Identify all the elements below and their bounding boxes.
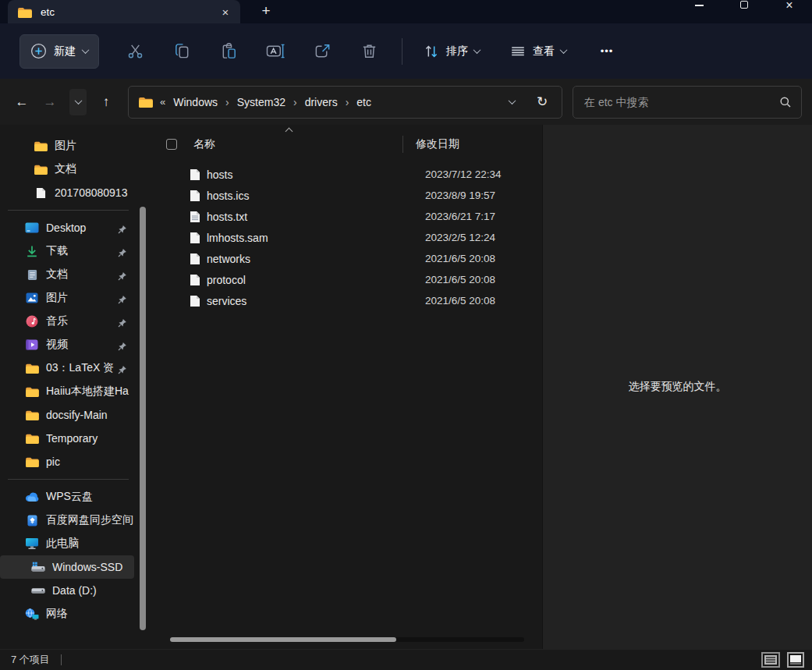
file-row-protocol[interactable]: protocol 2021/6/5 20:08 bbox=[152, 269, 542, 290]
search-icon bbox=[779, 96, 792, 108]
sidebar-scrollbar[interactable] bbox=[140, 207, 146, 630]
sidebar-item-this-pc[interactable]: 此电脑 bbox=[0, 532, 134, 555]
file-list-header: 名称 修改日期 bbox=[152, 131, 542, 158]
sidebar-item-desktop[interactable]: Desktop bbox=[0, 216, 134, 239]
minimize-button[interactable] bbox=[676, 0, 722, 17]
rename-button[interactable] bbox=[260, 36, 291, 67]
view-toggles bbox=[761, 652, 806, 668]
address-dropdown-chevron-icon[interactable] bbox=[509, 97, 516, 105]
details-view-button[interactable] bbox=[761, 652, 781, 668]
sidebar-item-pictures-recent[interactable]: 图片 bbox=[0, 134, 134, 158]
status-bar: 7 个项目 bbox=[0, 649, 812, 670]
network-icon bbox=[25, 608, 39, 620]
music-icon bbox=[25, 315, 39, 328]
address-bar[interactable]: « Windows › System32 › drivers › etc ↻ bbox=[128, 86, 562, 119]
file-row-lmhosts-sam[interactable]: lmhosts.sam 2023/2/5 12:24 bbox=[152, 227, 542, 248]
sidebar-item-pictures[interactable]: 图片 bbox=[0, 286, 134, 310]
toolbar: 新建 排序 bbox=[0, 23, 812, 79]
file-icon bbox=[190, 232, 201, 244]
sidebar-item-docsify-folder[interactable]: docsify-Main bbox=[0, 403, 134, 427]
sidebar-item-pic-folder[interactable]: pic bbox=[0, 450, 134, 473]
sidebar-divider bbox=[8, 210, 129, 211]
details-view-icon bbox=[761, 652, 780, 668]
up-button[interactable]: ↑ bbox=[92, 88, 120, 116]
more-options-button[interactable]: ••• bbox=[591, 36, 622, 67]
sidebar: 图片 文档 201708080913 Desktop 下载 bbox=[0, 125, 152, 649]
search-input[interactable] bbox=[584, 96, 779, 108]
toolbar-divider bbox=[402, 38, 402, 65]
maximize-button[interactable] bbox=[722, 0, 767, 17]
share-button[interactable] bbox=[307, 36, 338, 67]
breadcrumb-drivers[interactable]: drivers bbox=[303, 94, 339, 110]
sort-icon bbox=[423, 43, 440, 60]
sidebar-item-music[interactable]: 音乐 bbox=[0, 310, 134, 333]
tab-etc[interactable]: etc × bbox=[8, 0, 240, 23]
sidebar-item-windows-ssd[interactable]: Windows-SSD bbox=[0, 555, 134, 579]
file-row-networks[interactable]: networks 2021/6/5 20:08 bbox=[152, 248, 542, 269]
file-row-hosts[interactable]: hosts 2023/7/12 22:34 bbox=[152, 164, 542, 185]
select-all-checkbox[interactable] bbox=[166, 139, 177, 150]
folder-icon bbox=[25, 456, 39, 467]
sidebar-item-recent-file[interactable]: 201708080913 bbox=[0, 181, 134, 204]
sort-label: 排序 bbox=[446, 44, 468, 58]
pin-icon bbox=[118, 317, 127, 331]
sidebar-item-temporary-folder[interactable]: Temporary bbox=[0, 427, 134, 450]
refresh-button[interactable]: ↻ bbox=[532, 92, 552, 112]
documents-icon bbox=[25, 269, 39, 281]
new-tab-button[interactable]: + bbox=[256, 1, 276, 21]
videos-icon bbox=[25, 339, 39, 350]
file-icon bbox=[190, 168, 201, 181]
sidebar-item-network[interactable]: 网络 bbox=[0, 602, 134, 626]
horizontal-scrollbar[interactable] bbox=[170, 637, 524, 642]
folder-icon bbox=[25, 409, 39, 420]
breadcrumb-etc[interactable]: etc bbox=[355, 94, 373, 110]
baidu-netdisk-icon bbox=[25, 515, 39, 526]
sidebar-item-wps-cloud[interactable]: WPS云盘 bbox=[0, 485, 134, 509]
file-list: 名称 修改日期 hosts 2023/7/12 22:34 hosts.ics … bbox=[152, 125, 542, 649]
file-row-hosts-ics[interactable]: hosts.ics 2023/8/9 19:57 bbox=[152, 185, 542, 206]
copy-button[interactable] bbox=[166, 36, 197, 67]
column-header-name[interactable]: 名称 bbox=[193, 137, 402, 151]
sidebar-item-documents[interactable]: 文档 bbox=[0, 263, 134, 286]
search-box[interactable] bbox=[573, 86, 802, 119]
pin-icon bbox=[118, 293, 127, 307]
forward-button[interactable]: → bbox=[36, 88, 64, 116]
breadcrumb-overflow[interactable]: « bbox=[160, 96, 165, 108]
sidebar-item-baidu-netdisk[interactable]: 百度网盘同步空间 bbox=[0, 509, 134, 532]
tab-close-button[interactable]: × bbox=[217, 3, 234, 20]
minimize-icon bbox=[695, 5, 704, 6]
breadcrumb-windows[interactable]: Windows bbox=[172, 94, 219, 110]
close-button[interactable]: × bbox=[767, 0, 812, 17]
new-button[interactable]: 新建 bbox=[20, 34, 99, 69]
sidebar-item-documents-recent[interactable]: 文档 bbox=[0, 158, 134, 181]
folder-icon bbox=[34, 164, 48, 175]
file-row-hosts-txt[interactable]: hosts.txt 2023/6/21 7:17 bbox=[152, 206, 542, 227]
paste-button[interactable] bbox=[213, 36, 244, 67]
delete-button[interactable] bbox=[353, 36, 385, 67]
breadcrumb-system32[interactable]: System32 bbox=[236, 94, 287, 110]
file-icon bbox=[190, 190, 201, 202]
sidebar-item-latex-folder[interactable]: 03：LaTeX 资 bbox=[0, 356, 134, 380]
navigation-bar: ← → ↑ « Windows › System32 › drivers › e… bbox=[0, 79, 812, 125]
pin-icon bbox=[118, 246, 127, 261]
file-explorer-window: etc × + × 新建 bbox=[0, 0, 812, 670]
view-lines-icon bbox=[509, 43, 527, 60]
share-icon bbox=[314, 42, 332, 60]
cut-button[interactable] bbox=[119, 36, 151, 67]
file-text-icon bbox=[190, 211, 201, 223]
sidebar-item-videos[interactable]: 视频 bbox=[0, 333, 134, 356]
large-icons-view-button[interactable] bbox=[785, 652, 806, 668]
view-button[interactable]: 查看 bbox=[502, 36, 574, 67]
column-header-date[interactable]: 修改日期 bbox=[416, 137, 459, 151]
sidebar-item-haiiu-folder[interactable]: Haiiu本地搭建Ha bbox=[0, 380, 134, 403]
column-divider[interactable] bbox=[402, 136, 403, 153]
recent-locations-button[interactable] bbox=[69, 89, 87, 115]
sidebar-item-data-drive[interactable]: Data (D:) bbox=[0, 579, 134, 602]
file-row-services[interactable]: services 2021/6/5 20:08 bbox=[152, 290, 542, 311]
horizontal-scrollbar-thumb[interactable] bbox=[170, 637, 396, 642]
sidebar-item-downloads[interactable]: 下载 bbox=[0, 239, 134, 263]
item-count: 7 个项目 bbox=[11, 653, 50, 667]
drive-icon bbox=[31, 584, 45, 597]
sort-button[interactable]: 排序 bbox=[415, 36, 488, 67]
back-button[interactable]: ← bbox=[8, 88, 36, 116]
